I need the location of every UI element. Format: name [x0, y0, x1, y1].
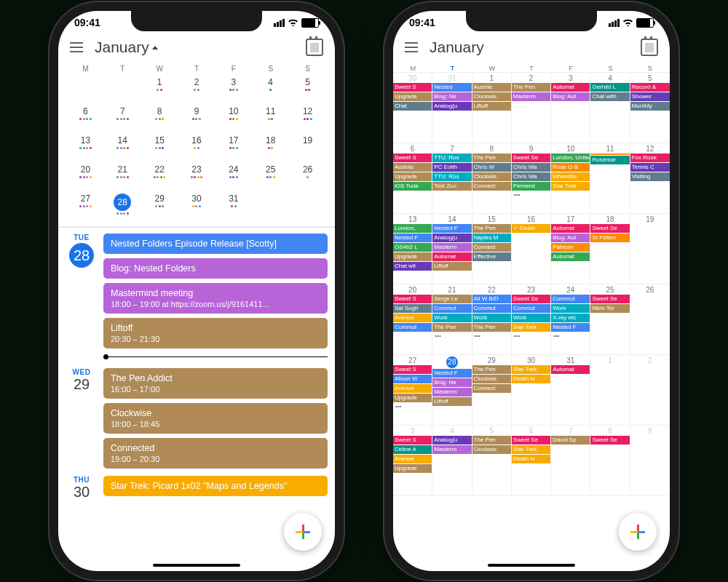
home-indicator[interactable] — [488, 564, 575, 567]
month-day-cell[interactable]: 5Record &ShowerMonthly — [630, 73, 670, 143]
event-chip[interactable]: Automat — [551, 224, 590, 233]
month-day-cell[interactable]: 13London,Nested FOS462 LUpgradeChat wit — [393, 214, 432, 284]
mini-day-cell[interactable]: 27 — [67, 194, 104, 218]
event-chip[interactable]: The Pen — [432, 323, 471, 332]
event-chip[interactable]: Blog: Aut — [551, 234, 590, 242]
today-icon[interactable] — [641, 39, 658, 56]
month-day-cell[interactable]: 28Nested FBlog: NeMastermLiftoff — [432, 355, 472, 426]
mini-day-cell[interactable]: 8 — [141, 106, 178, 131]
month-day-cell[interactable]: 9Sweet SeChris WaChris WaPernerst••• — [512, 143, 551, 214]
event-chip[interactable]: Visiting — [630, 172, 670, 181]
event-chip[interactable]: The Pen — [472, 224, 511, 233]
event-chip[interactable]: Chris Wa — [512, 172, 550, 181]
event-chip[interactable]: Test Zoo — [432, 182, 471, 191]
event-chip[interactable] — [590, 154, 629, 155]
event-chip[interactable]: Naples M — [472, 234, 511, 242]
month-day-cell[interactable]: 26 — [630, 284, 670, 355]
event-chip[interactable]: TTU: Ros — [432, 172, 471, 181]
mini-day-cell[interactable]: 13 — [67, 135, 104, 160]
event-chip[interactable]: Commut — [512, 304, 550, 313]
event-chip[interactable]: Fox Rose — [630, 154, 670, 162]
mini-day-cell[interactable]: 6 — [67, 106, 104, 131]
event-chip[interactable]: Commut — [393, 323, 432, 332]
full-month-grid[interactable]: 30Sweet SUpgradeChat31NestedBlog: NeAnal… — [393, 73, 670, 496]
event-chip[interactable]: Work — [512, 314, 550, 322]
event-chip[interactable]: Work — [472, 314, 511, 322]
agenda-event[interactable]: Connected19:00 – 20:30 — [103, 438, 328, 469]
fab-add-event[interactable] — [284, 513, 322, 551]
mini-day-cell[interactable]: 14 — [104, 135, 141, 160]
event-chip[interactable]: Sweet S — [393, 154, 432, 162]
event-chip[interactable]: Avenue — [393, 455, 432, 463]
event-chip[interactable]: Chris W — [472, 163, 511, 172]
month-day-cell[interactable]: 11Rosemar — [590, 143, 630, 214]
event-chip[interactable]: Clockwis — [472, 172, 511, 181]
event-chip[interactable]: Sweet Se — [590, 224, 629, 233]
event-chip[interactable]: Sweet Se — [590, 295, 629, 303]
event-chip[interactable]: Work — [432, 314, 471, 322]
event-chip[interactable]: Nested F — [551, 323, 590, 332]
event-chip[interactable]: Automat — [551, 252, 590, 261]
event-chip[interactable]: Blog: Ne — [432, 92, 471, 101]
event-chip[interactable]: Star Trek — [512, 445, 550, 454]
month-day-cell[interactable]: 25Sweet SeMein Ter — [590, 284, 630, 355]
month-day-cell[interactable]: 31Automat — [551, 355, 590, 426]
event-chip[interactable]: David Sp — [551, 436, 590, 445]
month-day-cell[interactable]: 1Austria:ClockwisLiftoff — [472, 73, 512, 143]
event-chip[interactable]: Blog: Aut — [551, 92, 590, 101]
month-selector[interactable]: January — [95, 39, 294, 56]
event-chip[interactable]: Connect — [472, 384, 511, 393]
event-chip[interactable]: Celine A — [393, 445, 432, 454]
agenda-event[interactable]: Liftoff20:30 – 21:30 — [103, 318, 328, 348]
mini-day-cell[interactable]: 24 — [215, 164, 252, 189]
month-day-cell[interactable]: 5The PenClockwis — [472, 426, 512, 496]
mini-day-cell[interactable]: 23 — [178, 164, 215, 189]
event-chip[interactable]: TTU: Ros — [432, 154, 471, 162]
agenda-event[interactable]: The Pen Addict16:00 – 17:00 — [103, 368, 328, 399]
event-chip[interactable]: Sweet Se — [512, 295, 550, 303]
event-chip[interactable]: Sweet Se — [512, 154, 550, 162]
event-chip[interactable]: X-ray etc — [551, 314, 590, 322]
event-chip[interactable]: Record & — [630, 83, 670, 92]
month-day-cell[interactable]: 3AutomatBlog: Aut — [551, 73, 590, 143]
event-chip[interactable]: Monthly — [630, 102, 670, 111]
mini-day-cell[interactable]: 26 — [289, 164, 326, 189]
agenda-event[interactable]: Clockwise18:00 – 18:45 — [103, 403, 328, 434]
mini-day-cell[interactable]: 10 — [215, 106, 252, 131]
more-events-icon[interactable]: ••• — [432, 332, 471, 339]
event-chip[interactable]: Analog(u — [432, 102, 471, 111]
event-chip[interactable]: Star Trek — [551, 182, 590, 191]
event-chip[interactable]: Commut — [551, 295, 590, 303]
mini-day-cell[interactable]: 17 — [215, 135, 252, 160]
event-chip[interactable]: Sweet Se — [590, 436, 629, 445]
event-chip[interactable]: Commut — [432, 304, 471, 313]
event-chip[interactable]: Liftoff — [472, 102, 511, 111]
event-chip[interactable]: Upgrade — [393, 394, 432, 402]
event-chip[interactable]: Sweet S — [393, 295, 432, 303]
mini-day-cell[interactable]: 28 — [104, 194, 141, 218]
event-chip[interactable]: PC Edith — [432, 163, 471, 172]
month-day-cell[interactable]: 3Sweet SCeline AAvenueUpgrade — [393, 426, 432, 496]
event-chip[interactable]: Upgrade — [393, 252, 432, 261]
event-chip[interactable]: St Pölten — [590, 234, 629, 242]
month-day-cell[interactable]: 21Serge LeCommutWorkThe Pen••• — [432, 284, 472, 355]
hamburger-menu-icon[interactable] — [70, 42, 83, 52]
event-chip[interactable]: Pernerst — [512, 182, 550, 191]
event-chip[interactable]: Automat — [432, 252, 471, 261]
mini-day-cell[interactable]: 5 — [289, 77, 326, 102]
mini-day-cell[interactable]: 7 — [104, 106, 141, 131]
event-chip[interactable]: The Pen — [472, 154, 511, 162]
month-day-cell[interactable]: 30Star TrekDeath in — [512, 355, 551, 426]
event-chip[interactable]: Serge Le — [432, 295, 471, 303]
event-chip[interactable]: Masterm — [432, 388, 471, 396]
mini-day-cell[interactable]: 11 — [252, 106, 289, 131]
month-day-cell[interactable]: 24CommutWorkX-ray etcNested F••• — [551, 284, 590, 355]
agenda-list[interactable]: TUE28Nested Folders Episode Release [Sco… — [58, 228, 335, 502]
month-day-cell[interactable]: 7TTU: RosPC EdithTTU: RosTest Zoo — [432, 143, 472, 214]
event-chip[interactable]: The Pen — [472, 436, 511, 445]
event-chip[interactable]: Masterm — [432, 243, 471, 252]
month-day-cell[interactable]: 6Sweet SAustria:UpgradeiOS Toda — [393, 143, 432, 214]
more-events-icon[interactable]: ••• — [512, 191, 550, 198]
event-chip[interactable]: Nested F — [432, 369, 471, 378]
more-events-icon[interactable]: ••• — [472, 332, 511, 339]
